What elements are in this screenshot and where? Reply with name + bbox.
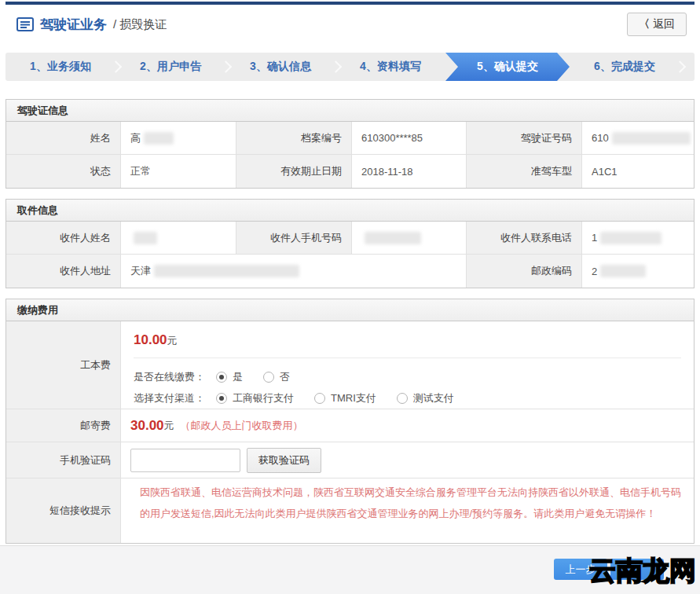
fees-section: 缴纳费用 工本费 10.00元 是否在线缴费： 是 否 — [5, 299, 695, 544]
captcha-input[interactable] — [130, 449, 240, 472]
redaction-blur — [600, 232, 662, 244]
label-sms-captcha: 手机验证码 — [6, 442, 121, 478]
step-5-confirm-submit-active[interactable]: 5、确认提交 — [445, 53, 570, 81]
back-button[interactable]: 〈 返回 — [627, 13, 687, 36]
step-separator-icon — [674, 60, 687, 73]
value-recipient-name — [121, 222, 236, 255]
label-expiry-date: 有效期止日期 — [236, 155, 352, 188]
page-title: 驾驶证业务 — [40, 16, 107, 34]
radio-option-no[interactable]: 否 — [263, 370, 290, 384]
radio-option-tmri[interactable]: TMRI支付 — [314, 391, 376, 405]
label-recipient-address: 收件人地址 — [6, 255, 121, 288]
redaction-blur — [154, 265, 299, 277]
value-expiry-date: 2018-11-18 — [352, 155, 467, 188]
sms-notice-cell: 因陕西省联通、电信运营商技术问题，陕西省互联网交通安全综合服务管理平台无法向持陕… — [121, 478, 694, 543]
previous-step-button[interactable]: 上一步 — [554, 559, 607, 580]
online-payment-question: 是否在线缴费： — [134, 370, 205, 384]
radio-option-yes[interactable]: 是 — [216, 370, 243, 384]
page-header: 驾驶证业务 / 损毁换证 〈 返回 — [5, 5, 695, 44]
production-fee-amount: 10.00元 — [134, 329, 681, 358]
breadcrumb: / 损毁换证 — [113, 17, 167, 32]
page: 驾驶证业务 / 损毁换证 〈 返回 1、业务须知 2、用户申告 3、确认信息 4… — [0, 0, 700, 594]
radio-option-test[interactable]: 测试支付 — [397, 391, 454, 405]
value-name: 高 — [121, 122, 236, 155]
redaction-blur — [144, 132, 174, 145]
step-1-notice[interactable]: 1、业务须知 — [5, 53, 115, 81]
label-production-fee: 工本费 — [6, 321, 121, 409]
pickup-table: 收件人姓名 收件人手机号码 收件人联系电话 1 收件人地址 天津 邮政编码 2 — [6, 222, 694, 288]
step-4-fill-data[interactable]: 4、资料填写 — [335, 53, 445, 81]
value-postal-code: 2 — [582, 255, 694, 288]
label-recipient-mobile: 收件人手机号码 — [236, 222, 352, 255]
license-list-icon — [16, 17, 34, 31]
label-sms-notice: 短信接收提示 — [6, 478, 121, 543]
sms-captcha-cell: 获取验证码 — [121, 442, 694, 478]
pickup-info-section: 取件信息 收件人姓名 收件人手机号码 收件人联系电话 1 收件人地址 天津 邮政… — [5, 199, 695, 288]
step-6-complete[interactable]: 6、完成提交 — [570, 53, 680, 81]
label-postal-code: 邮政编码 — [467, 255, 582, 288]
back-label: 返回 — [653, 17, 675, 31]
payment-channel-question: 选择支付渠道： — [134, 391, 205, 405]
fees-section-title: 缴纳费用 — [6, 299, 694, 321]
label-status: 状态 — [6, 155, 121, 188]
step-3-confirm-info[interactable]: 3、确认信息 — [225, 53, 335, 81]
value-license-number: 610 — [582, 122, 694, 155]
radio-yes-icon[interactable] — [216, 372, 227, 383]
back-chevron-icon: 〈 — [639, 17, 650, 31]
radio-no-icon[interactable] — [263, 372, 274, 383]
radio-option-icbc[interactable]: 工商银行支付 — [216, 391, 294, 405]
label-recipient-phone: 收件人联系电话 — [467, 222, 582, 255]
license-table: 姓名 高 档案编号 610300****85 驾驶证号码 610 状态 正常 有… — [6, 122, 694, 188]
label-mail-fee: 邮寄费 — [6, 409, 121, 442]
value-recipient-phone: 1 — [582, 222, 694, 255]
online-payment-question-row: 是否在线缴费： 是 否 — [134, 366, 681, 387]
label-license-number: 驾驶证号码 — [467, 122, 582, 155]
mail-fee-note: （邮政人员上门收取费用） — [181, 419, 303, 433]
radio-test-icon[interactable] — [397, 393, 408, 404]
license-info-section: 驾驶证信息 姓名 高 档案编号 610300****85 驾驶证号码 610 状… — [5, 99, 695, 189]
redaction-blur — [134, 232, 157, 244]
label-recipient-name: 收件人姓名 — [6, 222, 121, 255]
step-progress-bar: 1、业务须知 2、用户申告 3、确认信息 4、资料填写 5、确认提交 6、完成提… — [5, 53, 695, 81]
label-vehicle-class: 准驾车型 — [467, 155, 582, 188]
submit-button[interactable] — [610, 559, 664, 580]
sms-notice-text: 因陕西省联通、电信运营商技术问题，陕西省互联网交通安全综合服务管理平台无法向持陕… — [130, 478, 694, 527]
redaction-blur — [600, 265, 646, 277]
value-vehicle-class: A1C1 — [582, 155, 694, 188]
production-fee-cell: 10.00元 是否在线缴费： 是 否 选择支付渠道： — [121, 321, 694, 409]
redaction-blur — [612, 132, 691, 145]
label-name: 姓名 — [6, 122, 121, 155]
value-recipient-address: 天津 — [121, 255, 467, 288]
fees-table: 工本费 10.00元 是否在线缴费： 是 否 选 — [6, 321, 694, 543]
value-file-number: 610300****85 — [352, 122, 467, 155]
redaction-blur — [365, 232, 421, 244]
value-recipient-mobile — [352, 222, 467, 255]
step-2-declaration[interactable]: 2、用户申告 — [115, 53, 225, 81]
label-file-number: 档案编号 — [236, 122, 352, 155]
radio-icbc-icon[interactable] — [216, 393, 227, 404]
payment-channel-row: 选择支付渠道： 工商银行支付 TMRI支付 测试支付 — [134, 387, 681, 409]
mail-fee-cell: 30.00元 （邮政人员上门收取费用） — [121, 409, 694, 442]
radio-tmri-icon[interactable] — [314, 393, 325, 404]
get-captcha-button[interactable]: 获取验证码 — [247, 448, 321, 473]
value-status: 正常 — [121, 155, 236, 188]
license-section-title: 驾驶证信息 — [6, 100, 694, 122]
pickup-section-title: 取件信息 — [6, 200, 694, 222]
